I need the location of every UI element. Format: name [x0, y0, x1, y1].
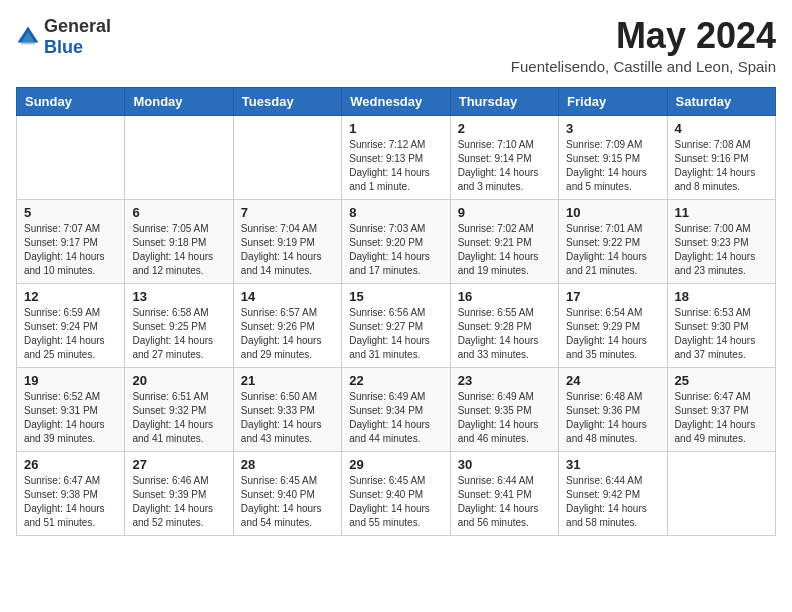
day-info: Sunrise: 6:50 AMSunset: 9:33 PMDaylight:… — [241, 390, 334, 446]
day-number: 16 — [458, 289, 551, 304]
calendar-cell: 12Sunrise: 6:59 AMSunset: 9:24 PMDayligh… — [17, 283, 125, 367]
calendar-cell: 16Sunrise: 6:55 AMSunset: 9:28 PMDayligh… — [450, 283, 558, 367]
day-number: 4 — [675, 121, 768, 136]
day-number: 30 — [458, 457, 551, 472]
calendar-cell: 28Sunrise: 6:45 AMSunset: 9:40 PMDayligh… — [233, 451, 341, 535]
subtitle: Fuentelisendo, Castille and Leon, Spain — [511, 58, 776, 75]
day-info: Sunrise: 6:52 AMSunset: 9:31 PMDaylight:… — [24, 390, 117, 446]
page-header: General Blue May 2024 Fuentelisendo, Cas… — [16, 16, 776, 75]
calendar-week-row: 5Sunrise: 7:07 AMSunset: 9:17 PMDaylight… — [17, 199, 776, 283]
calendar-cell: 19Sunrise: 6:52 AMSunset: 9:31 PMDayligh… — [17, 367, 125, 451]
day-info: Sunrise: 7:09 AMSunset: 9:15 PMDaylight:… — [566, 138, 659, 194]
day-info: Sunrise: 7:05 AMSunset: 9:18 PMDaylight:… — [132, 222, 225, 278]
day-number: 21 — [241, 373, 334, 388]
calendar-week-row: 12Sunrise: 6:59 AMSunset: 9:24 PMDayligh… — [17, 283, 776, 367]
calendar-cell: 25Sunrise: 6:47 AMSunset: 9:37 PMDayligh… — [667, 367, 775, 451]
day-info: Sunrise: 6:47 AMSunset: 9:38 PMDaylight:… — [24, 474, 117, 530]
logo: General Blue — [16, 16, 111, 58]
calendar-cell: 8Sunrise: 7:03 AMSunset: 9:20 PMDaylight… — [342, 199, 450, 283]
calendar-cell: 6Sunrise: 7:05 AMSunset: 9:18 PMDaylight… — [125, 199, 233, 283]
calendar-day-header: Wednesday — [342, 87, 450, 115]
calendar-cell: 20Sunrise: 6:51 AMSunset: 9:32 PMDayligh… — [125, 367, 233, 451]
day-number: 8 — [349, 205, 442, 220]
calendar: SundayMondayTuesdayWednesdayThursdayFrid… — [16, 87, 776, 536]
calendar-day-header: Monday — [125, 87, 233, 115]
calendar-cell: 1Sunrise: 7:12 AMSunset: 9:13 PMDaylight… — [342, 115, 450, 199]
day-info: Sunrise: 6:58 AMSunset: 9:25 PMDaylight:… — [132, 306, 225, 362]
calendar-cell: 7Sunrise: 7:04 AMSunset: 9:19 PMDaylight… — [233, 199, 341, 283]
day-info: Sunrise: 6:45 AMSunset: 9:40 PMDaylight:… — [349, 474, 442, 530]
day-info: Sunrise: 7:08 AMSunset: 9:16 PMDaylight:… — [675, 138, 768, 194]
calendar-cell: 15Sunrise: 6:56 AMSunset: 9:27 PMDayligh… — [342, 283, 450, 367]
day-number: 25 — [675, 373, 768, 388]
day-info: Sunrise: 6:54 AMSunset: 9:29 PMDaylight:… — [566, 306, 659, 362]
day-number: 24 — [566, 373, 659, 388]
day-number: 13 — [132, 289, 225, 304]
calendar-cell: 31Sunrise: 6:44 AMSunset: 9:42 PMDayligh… — [559, 451, 667, 535]
calendar-cell: 22Sunrise: 6:49 AMSunset: 9:34 PMDayligh… — [342, 367, 450, 451]
day-info: Sunrise: 6:44 AMSunset: 9:42 PMDaylight:… — [566, 474, 659, 530]
day-number: 31 — [566, 457, 659, 472]
day-number: 7 — [241, 205, 334, 220]
day-info: Sunrise: 6:49 AMSunset: 9:35 PMDaylight:… — [458, 390, 551, 446]
day-info: Sunrise: 7:02 AMSunset: 9:21 PMDaylight:… — [458, 222, 551, 278]
calendar-cell: 2Sunrise: 7:10 AMSunset: 9:14 PMDaylight… — [450, 115, 558, 199]
day-number: 23 — [458, 373, 551, 388]
day-number: 3 — [566, 121, 659, 136]
day-number: 22 — [349, 373, 442, 388]
main-title: May 2024 — [511, 16, 776, 56]
day-info: Sunrise: 7:01 AMSunset: 9:22 PMDaylight:… — [566, 222, 659, 278]
day-number: 17 — [566, 289, 659, 304]
calendar-day-header: Tuesday — [233, 87, 341, 115]
title-area: May 2024 Fuentelisendo, Castille and Leo… — [511, 16, 776, 75]
calendar-cell — [667, 451, 775, 535]
day-number: 14 — [241, 289, 334, 304]
calendar-cell: 3Sunrise: 7:09 AMSunset: 9:15 PMDaylight… — [559, 115, 667, 199]
day-number: 5 — [24, 205, 117, 220]
calendar-cell: 11Sunrise: 7:00 AMSunset: 9:23 PMDayligh… — [667, 199, 775, 283]
calendar-week-row: 26Sunrise: 6:47 AMSunset: 9:38 PMDayligh… — [17, 451, 776, 535]
day-number: 6 — [132, 205, 225, 220]
day-info: Sunrise: 7:10 AMSunset: 9:14 PMDaylight:… — [458, 138, 551, 194]
day-info: Sunrise: 6:47 AMSunset: 9:37 PMDaylight:… — [675, 390, 768, 446]
calendar-cell: 5Sunrise: 7:07 AMSunset: 9:17 PMDaylight… — [17, 199, 125, 283]
day-number: 19 — [24, 373, 117, 388]
calendar-day-header: Saturday — [667, 87, 775, 115]
day-number: 29 — [349, 457, 442, 472]
calendar-cell: 23Sunrise: 6:49 AMSunset: 9:35 PMDayligh… — [450, 367, 558, 451]
day-number: 26 — [24, 457, 117, 472]
calendar-day-header: Sunday — [17, 87, 125, 115]
day-number: 11 — [675, 205, 768, 220]
day-number: 10 — [566, 205, 659, 220]
calendar-cell: 9Sunrise: 7:02 AMSunset: 9:21 PMDaylight… — [450, 199, 558, 283]
day-number: 2 — [458, 121, 551, 136]
day-info: Sunrise: 6:57 AMSunset: 9:26 PMDaylight:… — [241, 306, 334, 362]
logo-general: General — [44, 16, 111, 36]
calendar-cell: 4Sunrise: 7:08 AMSunset: 9:16 PMDaylight… — [667, 115, 775, 199]
day-info: Sunrise: 6:46 AMSunset: 9:39 PMDaylight:… — [132, 474, 225, 530]
day-info: Sunrise: 6:48 AMSunset: 9:36 PMDaylight:… — [566, 390, 659, 446]
calendar-cell: 21Sunrise: 6:50 AMSunset: 9:33 PMDayligh… — [233, 367, 341, 451]
calendar-cell: 30Sunrise: 6:44 AMSunset: 9:41 PMDayligh… — [450, 451, 558, 535]
day-info: Sunrise: 7:07 AMSunset: 9:17 PMDaylight:… — [24, 222, 117, 278]
day-number: 9 — [458, 205, 551, 220]
day-info: Sunrise: 7:04 AMSunset: 9:19 PMDaylight:… — [241, 222, 334, 278]
day-info: Sunrise: 7:12 AMSunset: 9:13 PMDaylight:… — [349, 138, 442, 194]
day-number: 12 — [24, 289, 117, 304]
day-number: 18 — [675, 289, 768, 304]
calendar-cell: 26Sunrise: 6:47 AMSunset: 9:38 PMDayligh… — [17, 451, 125, 535]
logo-text: General Blue — [44, 16, 111, 58]
day-info: Sunrise: 6:55 AMSunset: 9:28 PMDaylight:… — [458, 306, 551, 362]
day-number: 27 — [132, 457, 225, 472]
calendar-cell: 10Sunrise: 7:01 AMSunset: 9:22 PMDayligh… — [559, 199, 667, 283]
calendar-header-row: SundayMondayTuesdayWednesdayThursdayFrid… — [17, 87, 776, 115]
logo-icon — [16, 25, 40, 49]
calendar-cell: 13Sunrise: 6:58 AMSunset: 9:25 PMDayligh… — [125, 283, 233, 367]
day-info: Sunrise: 6:56 AMSunset: 9:27 PMDaylight:… — [349, 306, 442, 362]
calendar-cell — [125, 115, 233, 199]
day-info: Sunrise: 6:45 AMSunset: 9:40 PMDaylight:… — [241, 474, 334, 530]
day-number: 20 — [132, 373, 225, 388]
day-info: Sunrise: 6:44 AMSunset: 9:41 PMDaylight:… — [458, 474, 551, 530]
calendar-cell: 14Sunrise: 6:57 AMSunset: 9:26 PMDayligh… — [233, 283, 341, 367]
calendar-week-row: 19Sunrise: 6:52 AMSunset: 9:31 PMDayligh… — [17, 367, 776, 451]
